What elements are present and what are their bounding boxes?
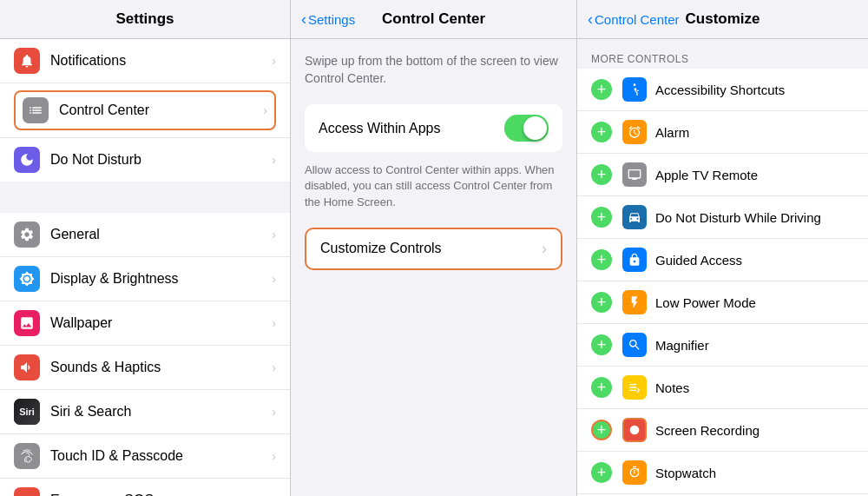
accessibility-shortcuts-label: Accessibility Shortcuts — [655, 83, 854, 97]
add-screen-recording-button[interactable]: + — [591, 420, 612, 440]
add-low-power-button[interactable]: + — [591, 292, 612, 313]
low-power-label: Low Power Mode — [655, 295, 854, 310]
add-notes-button[interactable]: + — [591, 377, 612, 398]
back-label: Settings — [308, 12, 355, 27]
control-center-label: Control Center — [59, 103, 263, 118]
siri-chevron: › — [272, 405, 276, 419]
toggle-knob — [523, 116, 547, 140]
sounds-icon — [14, 354, 40, 380]
more-controls-header: MORE CONTROLS — [577, 46, 868, 69]
access-description-text: Allow access to Control Center within ap… — [305, 162, 562, 210]
add-appletv-button[interactable]: + — [591, 164, 612, 185]
stopwatch-icon — [622, 460, 647, 485]
appletv-label: Apple TV Remote — [655, 168, 854, 182]
add-magnifier-button[interactable]: + — [591, 334, 612, 355]
sounds-label: Sounds & Haptics — [50, 360, 272, 375]
customize-item-accessibility[interactable]: + Accessibility Shortcuts — [577, 69, 868, 111]
customize-item-notes[interactable]: + Notes — [577, 367, 868, 409]
add-dnd-driving-button[interactable]: + — [591, 207, 612, 228]
customize-item-low-power[interactable]: + Low Power Mode — [577, 281, 868, 324]
touchid-icon — [14, 443, 40, 469]
settings-item-notifications[interactable]: Notifications › — [0, 39, 290, 83]
customize-controls-row[interactable]: Customize Controls › — [305, 228, 562, 270]
customize-panel: ‹ Control Center Customize MORE CONTROLS… — [577, 0, 868, 496]
general-icon — [14, 222, 40, 248]
wallpaper-chevron: › — [272, 316, 276, 330]
low-power-icon — [622, 290, 647, 314]
settings-item-control-center[interactable]: Control Center › — [0, 83, 290, 138]
settings-item-sounds[interactable]: Sounds & Haptics › — [0, 346, 290, 390]
notifications-label: Notifications — [50, 53, 272, 69]
notifications-icon — [14, 48, 40, 74]
control-center-icon — [23, 97, 49, 123]
stopwatch-label: Stopwatch — [655, 466, 854, 480]
alarm-label: Alarm — [655, 125, 854, 140]
customize-item-screen-recording[interactable]: + Screen Recording — [577, 409, 868, 452]
notes-icon — [622, 375, 647, 400]
touchid-chevron: › — [272, 449, 276, 463]
display-chevron: › — [272, 272, 276, 286]
wallpaper-label: Wallpaper — [50, 315, 272, 331]
control-center-panel: ‹ Settings Control Center Swipe up from … — [291, 0, 577, 496]
notes-label: Notes — [655, 380, 854, 395]
accessibility-shortcuts-icon — [622, 77, 647, 102]
customize-list: + Accessibility Shortcuts + Alarm + — [577, 69, 868, 496]
add-stopwatch-button[interactable]: + — [591, 462, 612, 483]
emergency-icon: SOS — [14, 487, 40, 496]
add-guided-access-button[interactable]: + — [591, 249, 612, 270]
guided-access-icon — [622, 248, 647, 272]
guided-access-label: Guided Access — [655, 253, 854, 268]
control-center-back-button[interactable]: ‹ Control Center — [588, 10, 680, 29]
general-chevron: › — [272, 228, 276, 241]
dnd-driving-label: Do Not Disturb While Driving — [655, 210, 854, 225]
customize-back-chevron-icon: ‹ — [588, 10, 593, 29]
alarm-icon — [622, 120, 647, 144]
siri-icon: Siri — [14, 399, 40, 425]
settings-title: Settings — [115, 10, 174, 27]
settings-item-siri[interactable]: Siri Siri & Search › — [0, 390, 290, 434]
display-icon — [14, 266, 40, 292]
control-center-chevron: › — [263, 103, 267, 117]
control-center-title: Control Center — [382, 10, 485, 28]
customize-item-alarm[interactable]: + Alarm — [577, 111, 868, 154]
dnd-icon — [14, 147, 40, 173]
notifications-chevron: › — [272, 54, 276, 68]
cc-description-text: Swipe up from the bottom of the screen t… — [305, 53, 562, 87]
customize-item-dnd-driving[interactable]: + Do Not Disturb While Driving — [577, 196, 868, 239]
settings-item-wallpaper[interactable]: Wallpaper › — [0, 301, 290, 346]
emergency-label: Emergency SOS — [50, 493, 272, 496]
customize-controls-label: Customize Controls — [320, 241, 542, 256]
wallpaper-icon — [14, 310, 40, 336]
add-alarm-button[interactable]: + — [591, 122, 612, 142]
magnifier-icon — [622, 333, 647, 357]
customize-item-magnifier[interactable]: + Magnifier — [577, 324, 868, 367]
customize-back-label: Control Center — [595, 12, 680, 27]
settings-item-dnd[interactable]: Do Not Disturb › — [0, 138, 290, 182]
section-divider-1 — [0, 182, 290, 213]
touchid-label: Touch ID & Passcode — [50, 448, 272, 464]
svg-point-4 — [630, 426, 640, 435]
siri-label: Siri & Search — [50, 404, 272, 420]
display-label: Display & Brightness — [50, 271, 272, 287]
settings-item-display[interactable]: Display & Brightness › — [0, 257, 290, 301]
control-center-header: ‹ Settings Control Center — [291, 0, 576, 39]
access-within-apps-row: Access Within Apps — [305, 104, 562, 152]
settings-item-general[interactable]: General › — [0, 213, 290, 257]
screen-recording-icon — [622, 418, 647, 442]
customize-header: ‹ Control Center Customize — [577, 0, 868, 39]
customize-item-stopwatch[interactable]: + Stopwatch — [577, 452, 868, 494]
settings-item-emergency[interactable]: SOS Emergency SOS › — [0, 479, 290, 496]
appletv-icon — [622, 162, 647, 187]
back-chevron-icon: ‹ — [301, 10, 306, 29]
settings-back-button[interactable]: ‹ Settings — [301, 10, 355, 29]
customize-title: Customize — [686, 10, 760, 28]
access-within-apps-toggle[interactable] — [504, 115, 549, 142]
access-within-apps-label: Access Within Apps — [319, 121, 504, 136]
settings-item-touchid[interactable]: Touch ID & Passcode › — [0, 434, 290, 479]
dnd-driving-icon — [622, 205, 647, 229]
customize-item-guided-access[interactable]: + Guided Access — [577, 239, 868, 281]
customize-controls-chevron: › — [542, 240, 547, 258]
sounds-chevron: › — [272, 360, 276, 374]
customize-item-appletv[interactable]: + Apple TV Remote — [577, 154, 868, 196]
add-accessibility-button[interactable]: + — [591, 79, 612, 100]
